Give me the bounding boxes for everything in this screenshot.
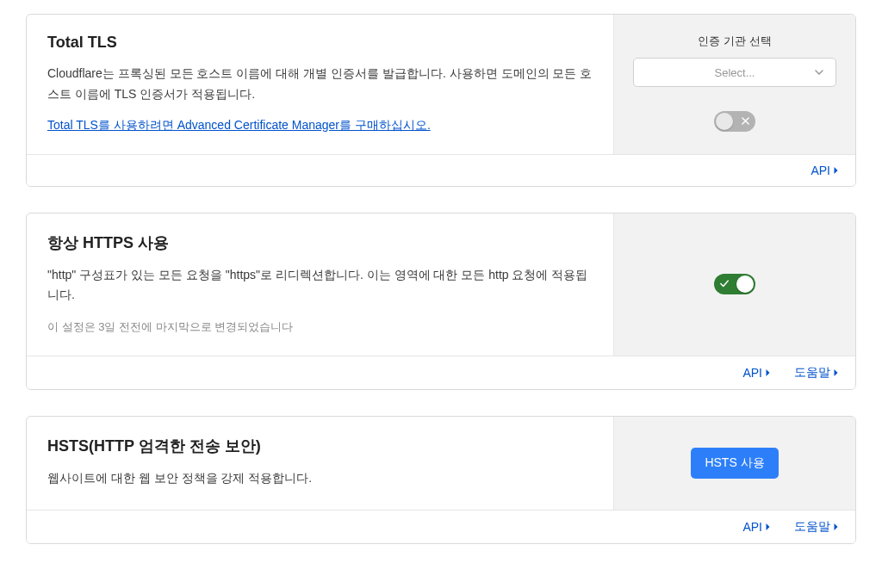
card-footer: API 도움말 — [27, 510, 855, 543]
card-description: "http" 구성표가 있는 모든 요청을 "https"로 리디렉션합니다. … — [47, 265, 593, 306]
api-link[interactable]: API — [742, 520, 772, 534]
caret-right-icon — [832, 164, 840, 177]
card-main: Total TLS Cloudflare는 프록싱된 모든 호스트 이름에 대해… — [27, 15, 614, 154]
card-title: Total TLS — [47, 34, 593, 52]
caret-right-icon — [832, 520, 840, 534]
total-tls-toggle[interactable] — [714, 111, 755, 132]
help-label: 도움말 — [794, 519, 830, 535]
help-label: 도움말 — [794, 365, 830, 381]
last-modified-text: 이 설정은 3일 전전에 마지막으로 변경되었습니다 — [47, 319, 593, 335]
card-description: Cloudflare는 프록싱된 모든 호스트 이름에 대해 개별 인증서를 발… — [47, 64, 593, 105]
check-icon — [720, 279, 729, 289]
card-body: HSTS(HTTP 엄격한 전송 보안) 웹사이트에 대한 웹 보안 정책을 강… — [27, 417, 855, 510]
enable-hsts-button[interactable]: HSTS 사용 — [691, 448, 778, 479]
api-label: API — [811, 164, 830, 177]
api-label: API — [742, 520, 762, 534]
ca-select[interactable]: Select... — [633, 58, 836, 87]
toggle-knob — [736, 275, 754, 293]
purchase-acm-link[interactable]: Total TLS를 사용하려면 Advanced Certificate Ma… — [47, 118, 431, 132]
card-title: 항상 HTTPS 사용 — [47, 232, 593, 253]
close-icon — [742, 116, 749, 127]
hsts-card: HSTS(HTTP 엄격한 전송 보안) 웹사이트에 대한 웹 보안 정책을 강… — [26, 416, 856, 544]
always-https-toggle[interactable] — [714, 274, 755, 294]
api-label: API — [742, 366, 762, 380]
card-description: 웹사이트에 대한 웹 보안 정책을 강제 적용합니다. — [47, 468, 593, 489]
card-footer: API — [27, 154, 855, 186]
card-side — [614, 214, 855, 356]
api-link[interactable]: API — [811, 164, 840, 177]
card-body: Total TLS Cloudflare는 프록싱된 모든 호스트 이름에 대해… — [27, 15, 855, 154]
caret-right-icon — [832, 366, 840, 380]
ca-select-placeholder: Select... — [715, 66, 755, 79]
ca-select-label: 인증 기관 선택 — [698, 34, 771, 49]
always-https-card: 항상 HTTPS 사용 "http" 구성표가 있는 모든 요청을 "https… — [26, 213, 856, 391]
card-body: 항상 HTTPS 사용 "http" 구성표가 있는 모든 요청을 "https… — [27, 214, 855, 356]
caret-right-icon — [764, 366, 772, 380]
help-link[interactable]: 도움말 — [794, 365, 840, 381]
card-side: 인증 기관 선택 Select... — [614, 15, 855, 154]
card-main: HSTS(HTTP 엄격한 전송 보안) 웹사이트에 대한 웹 보안 정책을 강… — [27, 417, 614, 510]
api-link[interactable]: API — [742, 366, 772, 380]
card-side: HSTS 사용 — [614, 417, 855, 510]
caret-right-icon — [764, 520, 772, 534]
card-title: HSTS(HTTP 엄격한 전송 보안) — [47, 436, 593, 456]
help-link[interactable]: 도움말 — [794, 519, 840, 535]
total-tls-card: Total TLS Cloudflare는 프록싱된 모든 호스트 이름에 대해… — [26, 14, 856, 187]
card-footer: API 도움말 — [27, 356, 855, 389]
chevron-down-icon — [815, 70, 823, 75]
toggle-knob — [716, 113, 733, 130]
card-main: 항상 HTTPS 사용 "http" 구성표가 있는 모든 요청을 "https… — [27, 214, 614, 356]
